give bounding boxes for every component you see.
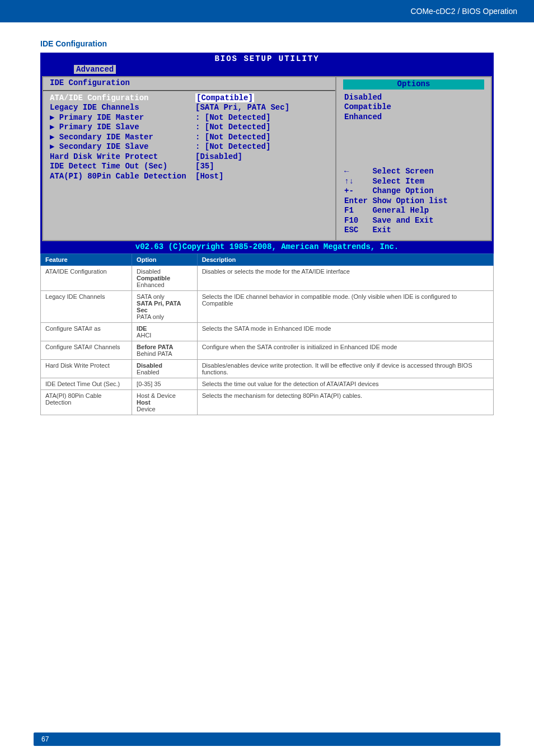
bios-panel-title: IDE Configuration — [50, 78, 329, 88]
bios-item[interactable]: Hard Disk Write Protect[Disabled] — [50, 152, 329, 162]
description-cell: Selects the mechanism for detecting 80Pi… — [197, 390, 493, 415]
bios-help-line: ESC Exit — [344, 226, 486, 236]
bios-item-value: [Compatible] — [195, 93, 329, 104]
page-number: 67 — [41, 735, 49, 743]
feature-cell: IDE Detect Time Out (Sec.) — [41, 378, 132, 390]
bios-item[interactable]: ▶ Primary IDE Slave: [Not Detected] — [50, 123, 329, 133]
bios-help-line: ← Select Screen — [344, 167, 486, 177]
table-row: Legacy IDE ChannelsSATA onlySATA Pri, PA… — [41, 291, 494, 323]
bios-item[interactable]: ATA/IDE Configuration[Compatible] — [50, 93, 329, 104]
bios-item-value: : [Not Detected] — [195, 133, 329, 143]
bios-item[interactable]: ▶ Secondary IDE Master: [Not Detected] — [50, 133, 329, 143]
feature-cell: Legacy IDE Channels — [41, 291, 132, 323]
bios-item[interactable]: ▶ Secondary IDE Slave: [Not Detected] — [50, 142, 329, 152]
option-cell: IDEAHCI — [132, 323, 198, 341]
table-row: IDE Detect Time Out (Sec.)[0-35] 35Selec… — [41, 378, 494, 390]
feature-cell: ATA(PI) 80Pin Cable Detection — [41, 390, 132, 415]
bios-item-value: : [Not Detected] — [195, 123, 329, 133]
table-row: ATA(PI) 80Pin Cable DetectionHost & Devi… — [41, 390, 494, 415]
table-row: ATA/IDE ConfigurationDisabledCompatibleE… — [41, 266, 494, 291]
bios-item-value: : [Not Detected] — [195, 142, 329, 152]
bios-item-label: ▶ Primary IDE Master — [50, 113, 195, 123]
bios-tabs: Advanced — [40, 65, 494, 77]
bios-help-line: +- Change Option — [344, 186, 486, 196]
table-row: Configure SATA# asIDEAHCISelects the SAT… — [41, 323, 494, 341]
table-header: Feature — [41, 254, 132, 266]
option-cell: [0-35] 35 — [132, 378, 198, 390]
bios-item-label: IDE Detect Time Out (Sec) — [50, 162, 195, 172]
bios-item-value: [SATA Pri, PATA Sec] — [195, 103, 329, 113]
bios-item-label: ATA(PI) 80Pin Cable Detection — [50, 172, 195, 182]
bios-option[interactable]: Enhanced — [341, 112, 486, 123]
bios-item[interactable]: Legacy IDE Channels[SATA Pri, PATA Sec] — [50, 103, 329, 113]
feature-cell: ATA/IDE Configuration — [41, 266, 132, 291]
description-cell: Selects the time out value for the detec… — [197, 378, 493, 390]
bios-option[interactable]: Disabled — [341, 93, 486, 103]
bios-help-line: F1 General Help — [344, 206, 486, 216]
table-row: Configure SATA# ChannelsBefore PATABehin… — [41, 341, 494, 360]
feature-table: FeatureOptionDescription ATA/IDE Configu… — [40, 253, 494, 415]
description-cell: Disables or selects the mode for the ATA… — [197, 266, 493, 291]
bios-tab-advanced[interactable]: Advanced — [74, 65, 116, 74]
bios-title: BIOS SETUP UTILITY — [40, 53, 494, 65]
bios-left-panel: IDE Configuration ATA/IDE Configuration[… — [42, 76, 335, 241]
bios-item[interactable]: ATA(PI) 80Pin Cable Detection[Host] — [50, 172, 329, 182]
bios-help-line: ↑↓ Select Item — [344, 177, 486, 187]
option-cell: DisabledCompatibleEnhanced — [132, 266, 198, 291]
feature-cell: Hard Disk Write Protect — [41, 360, 132, 378]
bios-item-label: ATA/IDE Configuration — [50, 93, 195, 104]
bios-help-line: Enter Show Option list — [344, 196, 486, 206]
table-row: Hard Disk Write ProtectDisabledEnabledDi… — [41, 360, 494, 378]
bios-item-label: ▶ Secondary IDE Master — [50, 133, 195, 143]
option-cell: Host & DeviceHostDevice — [132, 390, 198, 415]
bios-copyright: v02.63 (C)Copyright 1985-2008, American … — [40, 242, 494, 254]
option-cell: SATA onlySATA Pri, PATA SecPATA only — [132, 291, 198, 323]
bios-right-panel: Options DisabledCompatibleEnhanced ← Sel… — [335, 76, 492, 241]
bios-item-value: [Host] — [195, 172, 329, 182]
header-bar: COMe-cDC2 / BIOS Operation — [0, 0, 534, 22]
bios-options-title: Options — [343, 79, 484, 90]
feature-cell: Configure SATA# as — [41, 323, 132, 341]
bios-help-line: F10 Save and Exit — [344, 216, 486, 226]
section-title: IDE Configuration — [40, 39, 494, 48]
feature-cell: Configure SATA# Channels — [41, 341, 132, 360]
table-header: Option — [132, 254, 198, 266]
bios-item[interactable]: ▶ Primary IDE Master: [Not Detected] — [50, 113, 329, 123]
description-cell: Selects the IDE channel behavior in comp… — [197, 291, 493, 323]
table-header: Description — [197, 254, 493, 266]
bios-item-value: [35] — [195, 162, 329, 172]
bios-item-label: ▶ Secondary IDE Slave — [50, 142, 195, 152]
bios-item-value: [Disabled] — [195, 152, 329, 162]
bios-item-label: Legacy IDE Channels — [50, 103, 195, 113]
bios-screenshot: BIOS SETUP UTILITY Advanced IDE Configur… — [40, 53, 494, 253]
bios-option[interactable]: Compatible — [341, 102, 486, 112]
description-cell: Selects the SATA mode in Enhanced IDE mo… — [197, 323, 493, 341]
option-cell: DisabledEnabled — [132, 360, 198, 378]
page-footer: 67 — [34, 732, 500, 746]
option-cell: Before PATABehind PATA — [132, 341, 198, 360]
bios-help: ← Select Screen↑↓ Select Item+- Change O… — [341, 167, 486, 236]
description-cell: Disables/enables device write protection… — [197, 360, 493, 378]
bios-item-label: ▶ Primary IDE Slave — [50, 123, 195, 133]
bios-item[interactable]: IDE Detect Time Out (Sec)[35] — [50, 162, 329, 172]
description-cell: Configure when the SATA controller is in… — [197, 341, 493, 360]
bios-item-label: Hard Disk Write Protect — [50, 152, 195, 162]
breadcrumb: COMe-cDC2 / BIOS Operation — [410, 7, 517, 16]
bios-item-value: : [Not Detected] — [195, 113, 329, 123]
